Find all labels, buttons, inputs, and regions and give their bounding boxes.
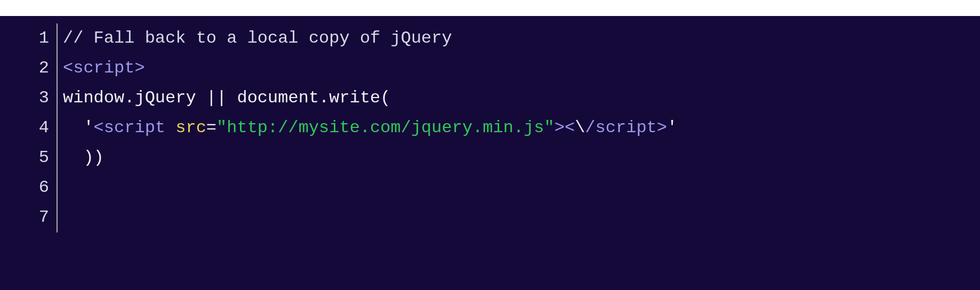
comment-text: // Fall back to a local copy of jQuery — [63, 28, 452, 48]
code-line-2[interactable]: <script> — [63, 53, 980, 83]
line-number: 7 — [0, 203, 49, 232]
code-line-6[interactable] — [63, 173, 980, 203]
indent — [63, 118, 83, 138]
tag-open-bracket: < — [565, 118, 575, 138]
code-line-5[interactable]: )) — [63, 143, 980, 173]
tag-open-bracket: < — [94, 118, 104, 138]
tag-close-bracket: > — [555, 118, 565, 138]
line-number: 2 — [0, 53, 49, 83]
tag-close-bracket: > — [657, 118, 667, 138]
code-editor[interactable]: 1 2 3 4 5 6 7 // Fall back to a local co… — [0, 16, 980, 290]
code-text: window.jQuery || document.write( — [63, 88, 391, 108]
string-quote: " — [216, 118, 227, 138]
tag-slash: / — [585, 118, 595, 138]
escape-char: \ — [575, 118, 585, 138]
line-number: 3 — [0, 83, 49, 113]
url-string: http://mysite.com/jquery.min.js — [227, 118, 544, 138]
line-number: 4 — [0, 113, 49, 143]
tag-close-bracket: > — [134, 58, 144, 78]
tag-name: script — [596, 118, 657, 138]
code-content[interactable]: // Fall back to a local copy of jQuery <… — [58, 23, 980, 232]
tag-name: script — [73, 58, 134, 78]
code-line-3[interactable]: window.jQuery || document.write( — [63, 83, 980, 113]
line-number: 1 — [0, 23, 49, 53]
line-number: 5 — [0, 143, 49, 173]
tag-name: script — [104, 118, 165, 138]
code-text: )) — [63, 148, 104, 167]
code-area: 1 2 3 4 5 6 7 // Fall back to a local co… — [0, 16, 980, 232]
line-number: 6 — [0, 173, 49, 203]
code-line-4[interactable]: '<script src="http://mysite.com/jquery.m… — [63, 113, 980, 143]
code-line-1[interactable]: // Fall back to a local copy of jQuery — [63, 23, 980, 53]
string-quote: ' — [83, 118, 93, 138]
attribute-name: src — [175, 118, 206, 138]
string-quote: ' — [667, 118, 677, 138]
attr-equals: = — [206, 118, 216, 138]
tag-open-bracket: < — [63, 58, 73, 78]
line-number-gutter: 1 2 3 4 5 6 7 — [0, 23, 58, 232]
string-quote: " — [544, 118, 555, 138]
code-line-7[interactable] — [63, 203, 980, 232]
space — [165, 118, 175, 138]
